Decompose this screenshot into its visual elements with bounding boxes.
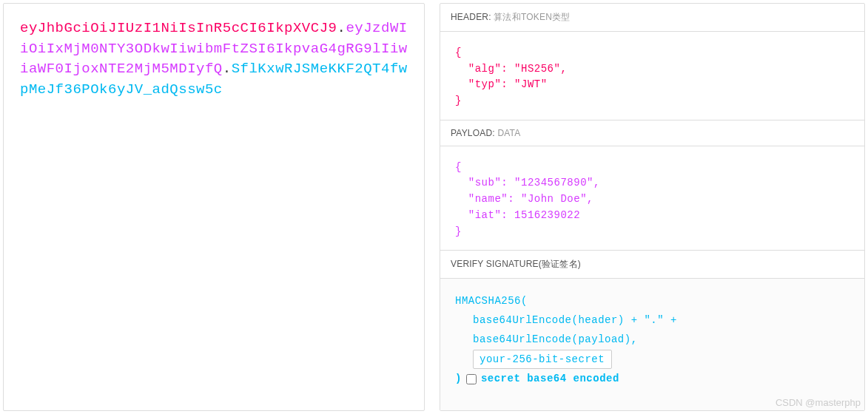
decoded-panel: HEADER: 算法和TOKEN类型 { "alg": "HS256", "ty…	[440, 3, 865, 411]
token-header-part: eyJhbGciOiJIUzI1NiIsInR5cCI6IkpXVCJ9	[20, 20, 337, 36]
encoded-token[interactable]: eyJhbGciOiJIUzI1NiIsInR5cCI6IkpXVCJ9.eyJ…	[20, 18, 408, 100]
verify-title: VERIFY SIGNATURE(验证签名)	[451, 259, 581, 269]
header-json: { "alg": "HS256", "typ": "JWT" }	[455, 45, 850, 109]
secret-input[interactable]	[473, 350, 612, 369]
verify-line-1: HMACSHA256(	[455, 292, 850, 311]
header-section-body[interactable]: { "alg": "HS256", "typ": "JWT" }	[440, 32, 864, 121]
payload-title-sub: DATA	[497, 128, 520, 138]
verify-section-title: VERIFY SIGNATURE(验证签名)	[440, 251, 864, 279]
header-section-title: HEADER: 算法和TOKEN类型	[440, 4, 864, 32]
secret-base64-label: secret base64 encoded	[481, 370, 619, 389]
watermark: CSDN @masterphp	[776, 397, 861, 408]
token-separator: .	[223, 61, 232, 77]
header-title-prefix: HEADER:	[451, 12, 491, 22]
encoded-token-panel: eyJhbGciOiJIUzI1NiIsInR5cCI6IkpXVCJ9.eyJ…	[3, 3, 425, 411]
verify-line-4: ) secret base64 encoded	[455, 370, 850, 389]
payload-title-prefix: PAYLOAD:	[451, 128, 495, 138]
payload-section-title: PAYLOAD: DATA	[440, 121, 864, 146]
secret-base64-checkbox[interactable]	[466, 374, 477, 384]
header-title-sub: 算法和TOKEN类型	[494, 12, 570, 22]
payload-json: { "sub": "1234567890", "name": "John Doe…	[455, 160, 850, 240]
verify-closing-paren: )	[455, 370, 462, 389]
verify-line-2: base64UrlEncode(header) + "." +	[455, 311, 850, 330]
secret-input-row	[455, 350, 850, 370]
payload-section-body[interactable]: { "sub": "1234567890", "name": "John Doe…	[440, 146, 864, 251]
token-separator: .	[337, 20, 346, 36]
verify-section-body: HMACSHA256( base64UrlEncode(header) + ".…	[440, 279, 864, 410]
verify-line-3: base64UrlEncode(payload),	[455, 330, 850, 350]
